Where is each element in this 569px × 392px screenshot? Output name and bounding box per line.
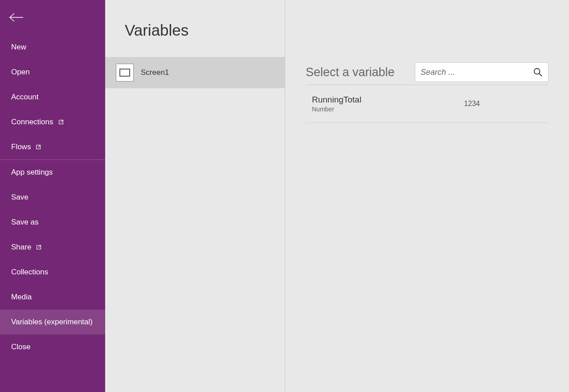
arrow-left-icon [9, 12, 24, 22]
sidebar-item-label: Close [11, 343, 30, 351]
right-panel: Select a variable RunningTotal Number 12… [285, 0, 569, 392]
sidebar-item-connections[interactable]: Connections [0, 110, 105, 135]
sidebar-item-collections[interactable]: Collections [0, 260, 105, 285]
search-box[interactable] [415, 62, 549, 82]
screen-item[interactable]: Screen1 [105, 57, 285, 88]
variable-row[interactable]: RunningTotal Number 1234 [306, 85, 549, 123]
sidebar-item-save[interactable]: Save [0, 185, 105, 210]
variable-type: Number [312, 106, 361, 113]
middle-panel: Variables Screen1 [105, 0, 285, 392]
right-header: Select a variable [306, 62, 549, 85]
sidebar-item-share[interactable]: Share [0, 235, 105, 260]
page-title: Variables [105, 0, 285, 57]
sidebar-item-variables[interactable]: Variables (experimental) [0, 310, 105, 335]
sidebar-item-label: Connections [11, 118, 53, 127]
external-link-icon [35, 144, 41, 150]
svg-line-2 [539, 74, 542, 76]
sidebar-item-account[interactable]: Account [0, 85, 105, 110]
search-input[interactable] [421, 68, 533, 77]
sidebar-item-label: Collections [11, 268, 48, 277]
variable-name: RunningTotal [312, 95, 361, 105]
variable-info: RunningTotal Number [312, 95, 361, 113]
search-icon [533, 67, 543, 77]
svg-point-1 [534, 69, 540, 74]
sidebar-item-save-as[interactable]: Save as [0, 210, 105, 235]
variable-value: 1234 [464, 100, 542, 108]
sidebar-item-flows[interactable]: Flows [0, 135, 105, 159]
screen-thumbnail-icon [116, 64, 134, 82]
back-button[interactable] [0, 0, 105, 35]
sidebar-item-open[interactable]: Open [0, 60, 105, 85]
screen-label: Screen1 [141, 68, 169, 77]
external-link-icon [36, 244, 42, 250]
sidebar-item-new[interactable]: New [0, 35, 105, 60]
sidebar-item-label: New [11, 43, 26, 52]
sidebar: New Open Account Connections Flows App s… [0, 0, 105, 392]
sidebar-item-label: Account [11, 93, 38, 102]
sidebar-item-media[interactable]: Media [0, 285, 105, 310]
right-title: Select a variable [306, 65, 395, 79]
sidebar-item-label: Save as [11, 218, 38, 227]
sidebar-item-label: Media [11, 293, 32, 302]
sidebar-item-close[interactable]: Close [0, 335, 105, 359]
sidebar-item-label: Share [11, 243, 31, 252]
sidebar-item-label: Save [11, 193, 29, 202]
sidebar-item-label: Variables (experimental) [11, 318, 93, 327]
sidebar-item-label: App settings [11, 168, 53, 177]
sidebar-item-app-settings[interactable]: App settings [0, 160, 105, 185]
sidebar-item-label: Open [11, 68, 30, 77]
external-link-icon [58, 119, 64, 125]
sidebar-item-label: Flows [11, 143, 31, 151]
